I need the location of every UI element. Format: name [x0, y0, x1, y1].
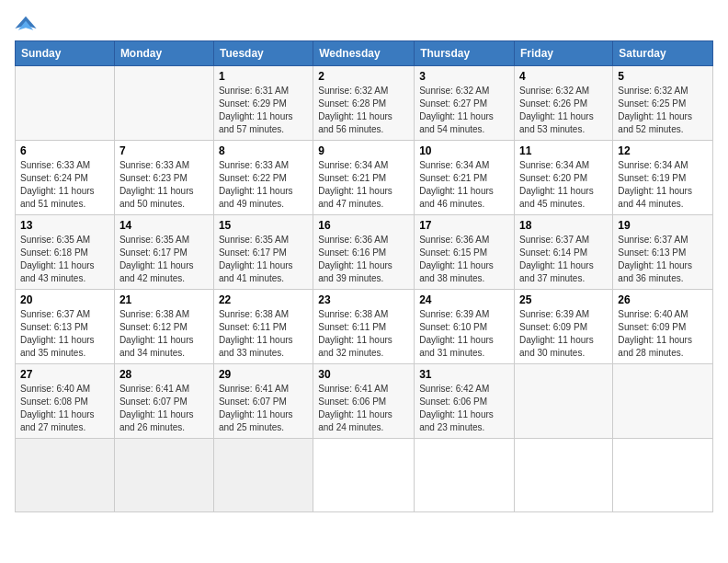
day-info: Sunrise: 6:35 AMSunset: 6:18 PMDaylight:…	[20, 235, 95, 283]
day-info: Sunrise: 6:39 AMSunset: 6:09 PMDaylight:…	[519, 309, 594, 358]
calendar-cell: 4Sunrise: 6:32 AMSunset: 6:26 PMDaylight…	[515, 66, 613, 141]
day-number: 31	[419, 368, 509, 381]
day-number: 23	[318, 293, 409, 306]
calendar-cell: 7Sunrise: 6:33 AMSunset: 6:23 PMDaylight…	[114, 141, 213, 215]
calendar-cell: 23Sunrise: 6:38 AMSunset: 6:11 PMDayligh…	[313, 290, 415, 364]
weekday-header: Tuesday	[213, 41, 313, 66]
day-info: Sunrise: 6:32 AMSunset: 6:26 PMDaylight:…	[519, 86, 594, 134]
calendar-cell	[515, 439, 613, 512]
calendar-cell: 2Sunrise: 6:32 AMSunset: 6:28 PMDaylight…	[313, 66, 415, 141]
day-info: Sunrise: 6:36 AMSunset: 6:15 PMDaylight:…	[419, 235, 494, 283]
day-info: Sunrise: 6:34 AMSunset: 6:19 PMDaylight:…	[618, 160, 692, 209]
weekday-header: Wednesday	[313, 41, 415, 66]
day-number: 29	[219, 368, 308, 381]
logo	[15, 15, 40, 33]
page-header	[15, 15, 713, 33]
calendar-cell: 10Sunrise: 6:34 AMSunset: 6:21 PMDayligh…	[415, 141, 515, 215]
day-info: Sunrise: 6:32 AMSunset: 6:27 PMDaylight:…	[419, 86, 494, 134]
day-info: Sunrise: 6:32 AMSunset: 6:25 PMDaylight:…	[618, 86, 692, 134]
day-info: Sunrise: 6:40 AMSunset: 6:08 PMDaylight:…	[20, 384, 95, 432]
calendar-week-row: 6Sunrise: 6:33 AMSunset: 6:24 PMDaylight…	[16, 141, 713, 215]
day-info: Sunrise: 6:37 AMSunset: 6:13 PMDaylight:…	[618, 235, 692, 283]
calendar-cell: 17Sunrise: 6:36 AMSunset: 6:15 PMDayligh…	[415, 215, 515, 290]
calendar-week-row: 20Sunrise: 6:37 AMSunset: 6:13 PMDayligh…	[16, 290, 713, 364]
calendar-cell: 1Sunrise: 6:31 AMSunset: 6:29 PMDaylight…	[213, 66, 313, 141]
calendar-cell	[415, 439, 515, 512]
day-number: 17	[419, 219, 509, 232]
day-info: Sunrise: 6:35 AMSunset: 6:17 PMDaylight:…	[219, 235, 293, 283]
calendar-cell: 18Sunrise: 6:37 AMSunset: 6:14 PMDayligh…	[515, 215, 613, 290]
calendar-cell: 6Sunrise: 6:33 AMSunset: 6:24 PMDaylight…	[16, 141, 115, 215]
calendar-cell: 8Sunrise: 6:33 AMSunset: 6:22 PMDaylight…	[213, 141, 313, 215]
calendar-cell	[213, 439, 313, 512]
day-info: Sunrise: 6:35 AMSunset: 6:17 PMDaylight:…	[119, 235, 194, 283]
day-number: 20	[20, 293, 109, 306]
day-info: Sunrise: 6:41 AMSunset: 6:06 PMDaylight:…	[318, 384, 392, 432]
day-info: Sunrise: 6:32 AMSunset: 6:28 PMDaylight:…	[318, 86, 392, 134]
day-number: 30	[318, 368, 409, 381]
day-number: 8	[219, 144, 308, 157]
day-info: Sunrise: 6:40 AMSunset: 6:09 PMDaylight:…	[618, 309, 692, 358]
calendar-cell: 14Sunrise: 6:35 AMSunset: 6:17 PMDayligh…	[114, 215, 213, 290]
weekday-header: Thursday	[415, 41, 515, 66]
calendar-cell: 25Sunrise: 6:39 AMSunset: 6:09 PMDayligh…	[515, 290, 613, 364]
calendar-cell: 24Sunrise: 6:39 AMSunset: 6:10 PMDayligh…	[415, 290, 515, 364]
calendar-cell	[613, 364, 713, 439]
day-info: Sunrise: 6:33 AMSunset: 6:24 PMDaylight:…	[20, 160, 95, 209]
calendar-cell: 26Sunrise: 6:40 AMSunset: 6:09 PMDayligh…	[613, 290, 713, 364]
calendar-cell: 15Sunrise: 6:35 AMSunset: 6:17 PMDayligh…	[213, 215, 313, 290]
day-number: 5	[618, 70, 708, 83]
calendar-cell	[313, 439, 415, 512]
day-number: 21	[119, 293, 209, 306]
day-info: Sunrise: 6:38 AMSunset: 6:12 PMDaylight:…	[119, 309, 194, 358]
day-number: 22	[219, 293, 308, 306]
calendar-cell: 9Sunrise: 6:34 AMSunset: 6:21 PMDaylight…	[313, 141, 415, 215]
calendar-cell: 16Sunrise: 6:36 AMSunset: 6:16 PMDayligh…	[313, 215, 415, 290]
calendar-cell: 11Sunrise: 6:34 AMSunset: 6:20 PMDayligh…	[515, 141, 613, 215]
day-number: 24	[419, 293, 509, 306]
day-number: 27	[20, 368, 109, 381]
calendar-cell: 19Sunrise: 6:37 AMSunset: 6:13 PMDayligh…	[613, 215, 713, 290]
day-number: 25	[519, 293, 608, 306]
calendar-week-row: 13Sunrise: 6:35 AMSunset: 6:18 PMDayligh…	[16, 215, 713, 290]
day-number: 13	[20, 219, 109, 232]
day-number: 28	[119, 368, 209, 381]
day-number: 2	[318, 70, 409, 83]
day-info: Sunrise: 6:37 AMSunset: 6:13 PMDaylight:…	[20, 309, 95, 358]
calendar-cell	[114, 439, 213, 512]
day-info: Sunrise: 6:33 AMSunset: 6:22 PMDaylight:…	[219, 160, 293, 209]
calendar-cell: 31Sunrise: 6:42 AMSunset: 6:06 PMDayligh…	[415, 364, 515, 439]
day-number: 4	[519, 70, 608, 83]
day-info: Sunrise: 6:36 AMSunset: 6:16 PMDaylight:…	[318, 235, 392, 283]
day-info: Sunrise: 6:39 AMSunset: 6:10 PMDaylight:…	[419, 309, 494, 358]
weekday-header: Sunday	[16, 41, 115, 66]
calendar-cell	[16, 66, 115, 141]
logo-icon	[15, 15, 37, 33]
calendar-cell: 3Sunrise: 6:32 AMSunset: 6:27 PMDaylight…	[415, 66, 515, 141]
day-info: Sunrise: 6:41 AMSunset: 6:07 PMDaylight:…	[119, 384, 194, 432]
calendar-cell	[114, 66, 213, 141]
day-number: 3	[419, 70, 509, 83]
day-number: 10	[419, 144, 509, 157]
calendar-cell	[613, 439, 713, 512]
calendar-cell: 13Sunrise: 6:35 AMSunset: 6:18 PMDayligh…	[16, 215, 115, 290]
calendar-cell: 27Sunrise: 6:40 AMSunset: 6:08 PMDayligh…	[16, 364, 115, 439]
day-number: 15	[219, 219, 308, 232]
day-info: Sunrise: 6:31 AMSunset: 6:29 PMDaylight:…	[219, 86, 293, 134]
day-info: Sunrise: 6:38 AMSunset: 6:11 PMDaylight:…	[219, 309, 293, 358]
day-number: 7	[119, 144, 209, 157]
day-info: Sunrise: 6:34 AMSunset: 6:20 PMDaylight:…	[519, 160, 594, 209]
day-number: 18	[519, 219, 608, 232]
calendar-week-row: 1Sunrise: 6:31 AMSunset: 6:29 PMDaylight…	[16, 66, 713, 141]
day-info: Sunrise: 6:38 AMSunset: 6:11 PMDaylight:…	[318, 309, 392, 358]
calendar-cell: 30Sunrise: 6:41 AMSunset: 6:06 PMDayligh…	[313, 364, 415, 439]
calendar-cell: 28Sunrise: 6:41 AMSunset: 6:07 PMDayligh…	[114, 364, 213, 439]
day-number: 26	[618, 293, 708, 306]
day-number: 9	[318, 144, 409, 157]
day-number: 1	[219, 70, 308, 83]
calendar-cell	[515, 364, 613, 439]
weekday-header: Friday	[515, 41, 613, 66]
calendar-cell: 21Sunrise: 6:38 AMSunset: 6:12 PMDayligh…	[114, 290, 213, 364]
day-number: 19	[618, 219, 708, 232]
calendar-cell: 12Sunrise: 6:34 AMSunset: 6:19 PMDayligh…	[613, 141, 713, 215]
